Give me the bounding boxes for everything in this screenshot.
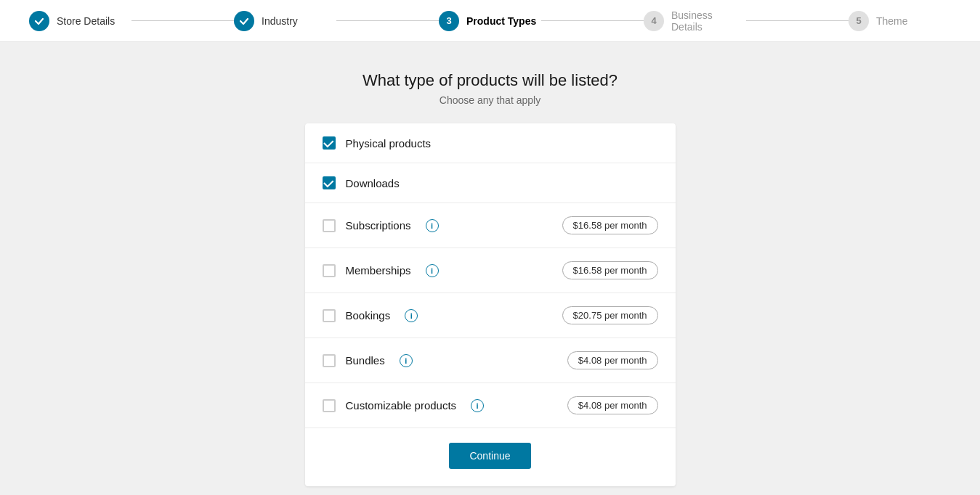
row-bookings: Bookings i $20.75 per month	[305, 293, 676, 338]
label-bundles: Bundles	[346, 354, 385, 367]
checkbox-area-downloads: Downloads	[323, 176, 658, 189]
checkbox-bundles[interactable]	[323, 354, 336, 367]
step-label-product-types: Product Types	[466, 15, 536, 27]
step-theme[interactable]: 5 Theme	[849, 11, 951, 31]
card-footer: Continue	[305, 428, 676, 486]
label-bookings: Bookings	[346, 309, 391, 322]
step-connector-1	[131, 20, 234, 21]
price-bookings: $20.75 per month	[562, 306, 658, 324]
step-circle-store-details	[29, 11, 49, 31]
label-customizable: Customizable products	[346, 399, 457, 412]
info-icon-customizable[interactable]: i	[471, 399, 484, 412]
step-product-types[interactable]: 3 Product Types	[439, 11, 541, 31]
step-connector-3	[541, 20, 644, 21]
info-icon-memberships[interactable]: i	[426, 264, 439, 277]
checkbox-bookings[interactable]	[323, 309, 336, 322]
step-circle-business-details: 4	[644, 11, 664, 31]
checkbox-downloads[interactable]	[323, 176, 336, 189]
step-label-store-details: Store Details	[57, 15, 115, 27]
step-label-business-details: Business Details	[671, 9, 746, 33]
product-types-card: Physical products Downloads Subscription…	[305, 123, 676, 486]
step-industry[interactable]: Industry	[234, 11, 336, 31]
step-circle-theme: 5	[849, 11, 869, 31]
step-label-industry: Industry	[262, 15, 298, 27]
checkbox-area-subscriptions: Subscriptions i	[323, 219, 562, 232]
label-downloads: Downloads	[346, 177, 400, 189]
label-memberships: Memberships	[346, 264, 411, 277]
checkbox-memberships[interactable]	[323, 264, 336, 277]
row-subscriptions: Subscriptions i $16.58 per month	[305, 203, 676, 248]
step-circle-industry	[234, 11, 254, 31]
checkbox-customizable[interactable]	[323, 399, 336, 412]
checkbox-area-bundles: Bundles i	[323, 354, 567, 367]
checkbox-area-customizable: Customizable products i	[323, 399, 567, 412]
checkbox-subscriptions[interactable]	[323, 219, 336, 232]
checkbox-physical[interactable]	[323, 136, 336, 150]
info-icon-subscriptions[interactable]: i	[426, 219, 439, 232]
page-title: What type of products will be listed?	[363, 71, 617, 90]
checkbox-area-bookings: Bookings i	[323, 309, 562, 322]
row-downloads: Downloads	[305, 163, 676, 203]
step-connector-4	[746, 20, 849, 21]
row-physical: Physical products	[305, 123, 676, 163]
step-label-theme: Theme	[876, 15, 908, 27]
price-subscriptions: $16.58 per month	[562, 216, 658, 234]
checkbox-area-memberships: Memberships i	[323, 264, 562, 277]
step-connector-2	[336, 20, 439, 21]
step-business-details[interactable]: 4 Business Details	[644, 9, 746, 33]
price-memberships: $16.58 per month	[562, 261, 658, 279]
stepper: Store Details Industry 3 Product Types 4…	[0, 0, 980, 42]
row-bundles: Bundles i $4.08 per month	[305, 338, 676, 383]
main-content: What type of products will be listed? Ch…	[0, 42, 980, 486]
checkbox-area-physical: Physical products	[323, 136, 658, 150]
info-icon-bundles[interactable]: i	[400, 354, 413, 367]
price-customizable: $4.08 per month	[567, 396, 658, 414]
step-circle-product-types: 3	[439, 11, 459, 31]
step-store-details[interactable]: Store Details	[29, 11, 131, 31]
row-memberships: Memberships i $16.58 per month	[305, 248, 676, 293]
label-subscriptions: Subscriptions	[346, 219, 411, 232]
label-physical: Physical products	[346, 137, 432, 150]
info-icon-bookings[interactable]: i	[405, 309, 418, 322]
page-subtitle: Choose any that apply	[440, 94, 540, 106]
row-customizable: Customizable products i $4.08 per month	[305, 383, 676, 428]
continue-button[interactable]: Continue	[449, 443, 530, 469]
price-bundles: $4.08 per month	[567, 351, 658, 369]
